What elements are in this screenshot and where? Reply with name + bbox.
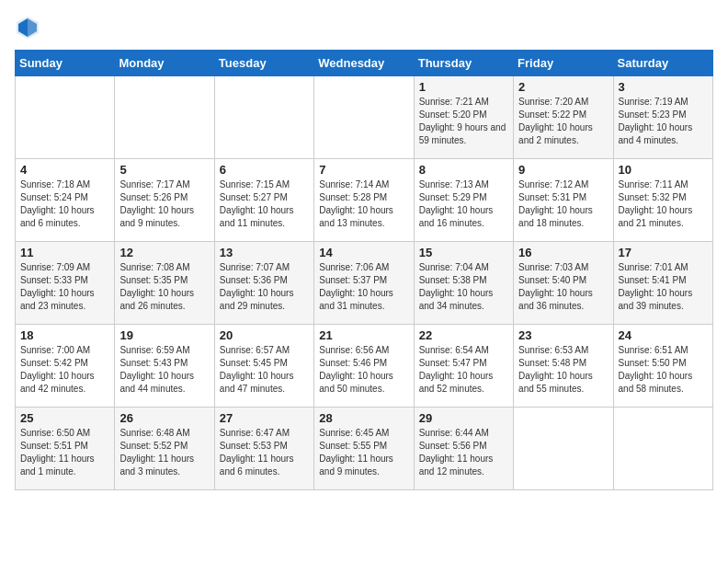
calendar-cell: 21Sunrise: 6:56 AM Sunset: 5:46 PM Dayli… [314,325,414,408]
day-info: Sunrise: 7:03 AM Sunset: 5:40 PM Dayligh… [518,261,608,313]
calendar-cell [613,408,712,490]
calendar-cell: 4Sunrise: 7:18 AM Sunset: 5:24 PM Daylig… [16,159,115,242]
weekday-header-thursday: Thursday [414,51,513,76]
day-number: 4 [20,163,109,177]
day-info: Sunrise: 6:53 AM Sunset: 5:48 PM Dayligh… [518,344,608,396]
day-info: Sunrise: 6:56 AM Sunset: 5:46 PM Dayligh… [319,344,408,396]
day-info: Sunrise: 7:07 AM Sunset: 5:36 PM Dayligh… [220,261,309,313]
day-number: 5 [119,163,209,177]
day-number: 24 [619,328,708,342]
weekday-header-row: SundayMondayTuesdayWednesdayThursdayFrid… [16,51,713,76]
calendar-cell: 6Sunrise: 7:15 AM Sunset: 5:27 PM Daylig… [214,159,313,242]
calendar-cell: 15Sunrise: 7:04 AM Sunset: 5:38 PM Dayli… [414,242,513,325]
day-info: Sunrise: 7:01 AM Sunset: 5:41 PM Dayligh… [619,261,708,313]
logo-icon [15,15,40,40]
day-info: Sunrise: 7:04 AM Sunset: 5:38 PM Dayligh… [419,261,508,313]
calendar-cell: 12Sunrise: 7:08 AM Sunset: 5:35 PM Dayli… [115,242,214,325]
weekday-header-wednesday: Wednesday [314,51,414,76]
day-number: 9 [518,163,608,177]
day-info: Sunrise: 7:20 AM Sunset: 5:22 PM Dayligh… [518,96,608,147]
day-number: 28 [319,411,408,425]
day-info: Sunrise: 6:50 AM Sunset: 5:51 PM Dayligh… [20,427,109,478]
day-number: 8 [419,163,508,177]
day-info: Sunrise: 6:54 AM Sunset: 5:47 PM Dayligh… [419,344,508,396]
day-number: 16 [518,246,608,259]
calendar-week-2: 4Sunrise: 7:18 AM Sunset: 5:24 PM Daylig… [16,159,713,242]
calendar-cell: 3Sunrise: 7:19 AM Sunset: 5:23 PM Daylig… [613,76,712,159]
day-number: 20 [220,328,309,342]
calendar-cell: 1Sunrise: 7:21 AM Sunset: 5:20 PM Daylig… [414,76,513,159]
calendar-table: SundayMondayTuesdayWednesdayThursdayFrid… [15,50,713,490]
day-info: Sunrise: 7:14 AM Sunset: 5:28 PM Dayligh… [319,178,408,230]
day-info: Sunrise: 7:06 AM Sunset: 5:37 PM Dayligh… [319,261,408,313]
day-info: Sunrise: 7:19 AM Sunset: 5:23 PM Dayligh… [619,96,708,147]
calendar-cell: 22Sunrise: 6:54 AM Sunset: 5:47 PM Dayli… [414,325,513,408]
calendar-cell [214,76,313,159]
day-info: Sunrise: 6:45 AM Sunset: 5:55 PM Dayligh… [319,427,408,478]
calendar-cell: 7Sunrise: 7:14 AM Sunset: 5:28 PM Daylig… [314,159,414,242]
calendar-cell: 29Sunrise: 6:44 AM Sunset: 5:56 PM Dayli… [414,408,513,490]
day-info: Sunrise: 6:48 AM Sunset: 5:52 PM Dayligh… [119,427,209,478]
day-info: Sunrise: 6:59 AM Sunset: 5:43 PM Dayligh… [119,344,209,396]
day-number: 18 [20,328,109,342]
day-number: 27 [220,411,309,425]
calendar-cell: 8Sunrise: 7:13 AM Sunset: 5:29 PM Daylig… [414,159,513,242]
day-number: 22 [419,328,508,342]
weekday-header-tuesday: Tuesday [214,51,313,76]
day-info: Sunrise: 7:12 AM Sunset: 5:31 PM Dayligh… [518,178,608,230]
day-info: Sunrise: 6:47 AM Sunset: 5:53 PM Dayligh… [220,427,309,478]
day-number: 11 [20,246,109,259]
day-number: 15 [419,246,508,259]
calendar-week-1: 1Sunrise: 7:21 AM Sunset: 5:20 PM Daylig… [16,76,713,159]
calendar-week-4: 18Sunrise: 7:00 AM Sunset: 5:42 PM Dayli… [16,325,713,408]
day-info: Sunrise: 7:15 AM Sunset: 5:27 PM Dayligh… [220,178,309,230]
calendar-cell: 18Sunrise: 7:00 AM Sunset: 5:42 PM Dayli… [16,325,115,408]
calendar-cell: 14Sunrise: 7:06 AM Sunset: 5:37 PM Dayli… [314,242,414,325]
calendar-cell: 28Sunrise: 6:45 AM Sunset: 5:55 PM Dayli… [314,408,414,490]
day-number: 17 [619,246,708,259]
calendar-cell [314,76,414,159]
day-number: 29 [419,411,508,425]
day-number: 25 [20,411,109,425]
calendar-cell: 17Sunrise: 7:01 AM Sunset: 5:41 PM Dayli… [613,242,712,325]
day-number: 7 [319,163,408,177]
calendar-cell: 11Sunrise: 7:09 AM Sunset: 5:33 PM Dayli… [16,242,115,325]
day-info: Sunrise: 7:21 AM Sunset: 5:20 PM Dayligh… [419,96,508,147]
weekday-header-saturday: Saturday [613,51,712,76]
day-number: 21 [319,328,408,342]
page-header [15,15,713,40]
calendar-cell: 5Sunrise: 7:17 AM Sunset: 5:26 PM Daylig… [115,159,214,242]
calendar-body: 1Sunrise: 7:21 AM Sunset: 5:20 PM Daylig… [16,76,713,490]
day-number: 3 [619,80,708,94]
calendar-cell: 23Sunrise: 6:53 AM Sunset: 5:48 PM Dayli… [514,325,613,408]
day-info: Sunrise: 7:13 AM Sunset: 5:29 PM Dayligh… [419,178,508,230]
calendar-cell: 20Sunrise: 6:57 AM Sunset: 5:45 PM Dayli… [214,325,313,408]
day-number: 10 [619,163,708,177]
day-info: Sunrise: 7:18 AM Sunset: 5:24 PM Dayligh… [20,178,109,230]
calendar-week-3: 11Sunrise: 7:09 AM Sunset: 5:33 PM Dayli… [16,242,713,325]
weekday-header-friday: Friday [514,51,613,76]
day-info: Sunrise: 7:08 AM Sunset: 5:35 PM Dayligh… [119,261,209,313]
calendar-cell [514,408,613,490]
day-info: Sunrise: 6:44 AM Sunset: 5:56 PM Dayligh… [419,427,508,478]
calendar-cell: 27Sunrise: 6:47 AM Sunset: 5:53 PM Dayli… [214,408,313,490]
calendar-week-5: 25Sunrise: 6:50 AM Sunset: 5:51 PM Dayli… [16,408,713,490]
day-info: Sunrise: 7:11 AM Sunset: 5:32 PM Dayligh… [619,178,708,230]
calendar-cell: 9Sunrise: 7:12 AM Sunset: 5:31 PM Daylig… [514,159,613,242]
calendar-cell: 19Sunrise: 6:59 AM Sunset: 5:43 PM Dayli… [115,325,214,408]
day-info: Sunrise: 6:57 AM Sunset: 5:45 PM Dayligh… [220,344,309,396]
calendar-cell: 26Sunrise: 6:48 AM Sunset: 5:52 PM Dayli… [115,408,214,490]
day-number: 2 [518,80,608,94]
day-info: Sunrise: 7:09 AM Sunset: 5:33 PM Dayligh… [20,261,109,313]
day-number: 19 [119,328,209,342]
day-number: 14 [319,246,408,259]
day-number: 13 [220,246,309,259]
weekday-header-monday: Monday [115,51,214,76]
calendar-cell [115,76,214,159]
day-number: 12 [119,246,209,259]
logo [15,15,44,40]
day-number: 26 [119,411,209,425]
day-number: 23 [518,328,608,342]
calendar-cell [16,76,115,159]
calendar-cell: 16Sunrise: 7:03 AM Sunset: 5:40 PM Dayli… [514,242,613,325]
